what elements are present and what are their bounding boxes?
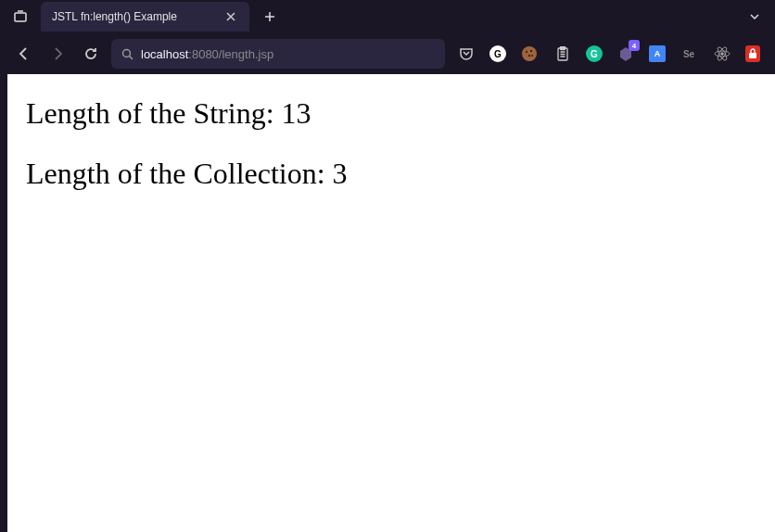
url-host: localhost — [141, 47, 188, 61]
search-icon — [121, 47, 133, 60]
collection-length-heading: Length of the Collection: 3 — [26, 157, 756, 191]
url-port: :8080 — [188, 47, 219, 61]
url-path: /length.jsp — [219, 47, 273, 61]
cookie-icon[interactable] — [519, 44, 540, 64]
svg-point-4 — [530, 50, 532, 52]
toolbar: localhost:8080/length.jsp G — [0, 33, 775, 74]
tabs-dropdown-icon[interactable] — [742, 4, 768, 30]
svg-point-5 — [528, 55, 530, 57]
svg-point-1 — [122, 49, 130, 57]
svg-point-2 — [522, 46, 537, 61]
url-text: localhost:8080/length.jsp — [141, 47, 273, 61]
active-tab[interactable]: JSTL fn:length() Example — [41, 2, 249, 32]
back-button[interactable] — [11, 41, 37, 67]
extension-badge-icon[interactable]: 4 — [616, 44, 636, 64]
clipboard-icon[interactable] — [553, 44, 573, 64]
tab-title: JSTL fn:length() Example — [52, 10, 177, 23]
svg-rect-13 — [749, 53, 756, 58]
react-icon[interactable] — [712, 44, 732, 64]
svg-rect-0 — [15, 13, 26, 21]
grammarly-icon[interactable]: G — [586, 45, 603, 62]
reload-button[interactable] — [78, 41, 104, 67]
new-tab-button[interactable] — [259, 6, 281, 28]
svg-point-12 — [721, 53, 724, 56]
svg-rect-8 — [561, 47, 565, 50]
page-content: Length of the String: 13 Length of the C… — [7, 74, 775, 532]
badge-count: 4 — [629, 40, 640, 51]
recent-tabs-icon[interactable] — [7, 4, 33, 30]
address-bar[interactable]: localhost:8080/length.jsp — [111, 39, 445, 69]
svg-point-3 — [526, 51, 527, 53]
translate-icon[interactable]: A — [649, 45, 666, 62]
toolbar-extensions: G G 4 A Se — [456, 44, 760, 64]
pocket-icon[interactable] — [456, 44, 476, 64]
selenium-icon[interactable]: Se — [679, 44, 699, 64]
close-tab-icon[interactable] — [223, 9, 238, 24]
string-length-heading: Length of the String: 13 — [26, 96, 756, 131]
lock-icon[interactable] — [745, 45, 760, 62]
forward-button[interactable] — [44, 41, 70, 67]
title-bar: JSTL fn:length() Example — [0, 0, 775, 33]
google-icon[interactable]: G — [489, 45, 506, 62]
svg-point-6 — [531, 55, 533, 57]
